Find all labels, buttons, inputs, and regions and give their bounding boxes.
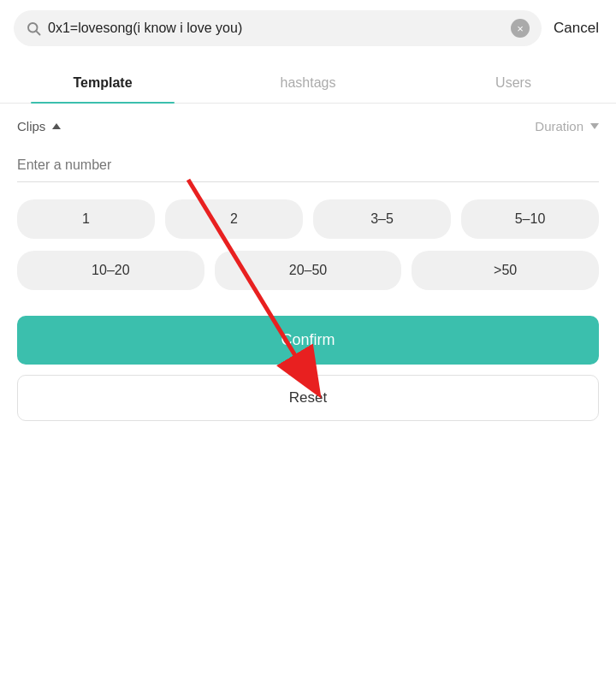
- tabs-container: Template hashtags Users: [0, 63, 616, 104]
- filter-row: Clips Duration: [17, 119, 599, 133]
- duration-sort-icon: [590, 123, 599, 129]
- clip-buttons-grid: 1 2 3–5 5–10 10–20 20–50 >50: [0, 199, 616, 290]
- clip-row-1: 1 2 3–5 5–10: [17, 199, 599, 239]
- action-section: Confirm Reset: [0, 290, 616, 435]
- clip-btn-5-10[interactable]: 5–10: [461, 199, 599, 239]
- duration-filter-label[interactable]: Duration: [535, 119, 599, 133]
- tab-users[interactable]: Users: [411, 63, 616, 103]
- search-icon: [26, 21, 41, 36]
- search-bar: × Cancel: [0, 0, 616, 56]
- confirm-button[interactable]: Confirm: [17, 316, 599, 365]
- search-input[interactable]: [48, 21, 504, 36]
- clip-btn-2[interactable]: 2: [165, 199, 303, 239]
- clear-icon: ×: [517, 22, 524, 35]
- clip-btn-3-5[interactable]: 3–5: [313, 199, 451, 239]
- search-input-wrapper: ×: [14, 10, 542, 46]
- clip-btn-gt50[interactable]: >50: [412, 251, 599, 290]
- number-input-wrapper: [17, 157, 599, 182]
- clip-row-2: 10–20 20–50 >50: [17, 251, 599, 290]
- clips-label-text: Clips: [17, 119, 45, 133]
- clips-filter-label[interactable]: Clips: [17, 119, 61, 133]
- tab-hashtags[interactable]: hashtags: [205, 63, 411, 103]
- clip-btn-1[interactable]: 1: [17, 199, 155, 239]
- cancel-button[interactable]: Cancel: [550, 20, 602, 37]
- reset-button[interactable]: Reset: [17, 375, 599, 421]
- clip-btn-10-20[interactable]: 10–20: [17, 251, 204, 290]
- svg-line-1: [36, 31, 39, 34]
- clips-sort-icon: [52, 123, 61, 129]
- clear-button[interactable]: ×: [511, 19, 530, 38]
- filter-section: Clips Duration: [0, 104, 616, 157]
- duration-label-text: Duration: [535, 119, 583, 133]
- number-input[interactable]: [17, 157, 599, 173]
- tab-template[interactable]: Template: [0, 63, 205, 103]
- clip-btn-20-50[interactable]: 20–50: [215, 251, 402, 290]
